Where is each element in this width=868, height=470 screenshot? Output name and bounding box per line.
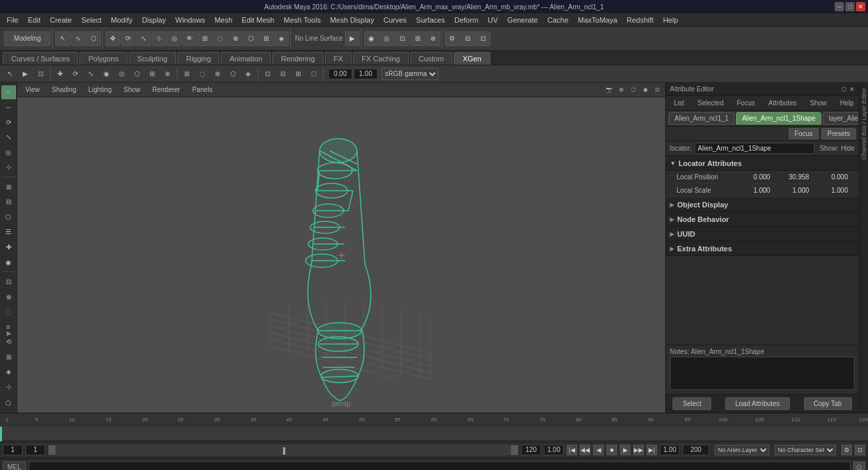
menu-curves[interactable]: Curves (380, 15, 411, 25)
tool-btn10[interactable]: ☰ (1, 225, 16, 239)
paint-tool[interactable]: ⬡ (86, 31, 101, 46)
vp-grid-btn[interactable]: ⊞ (616, 85, 626, 95)
menu-windows[interactable]: Windows (171, 15, 209, 25)
tool-btn17[interactable]: ⟲ (1, 335, 16, 349)
universal-tool[interactable]: ⊹ (151, 31, 166, 46)
mel-input[interactable] (29, 461, 851, 471)
history-btn3[interactable]: ⊡ (395, 31, 410, 46)
locator-attrs-header[interactable]: ▼ Locator Attributes (666, 156, 859, 171)
range-start-input[interactable] (25, 445, 45, 455)
tab-rigging[interactable]: Rigging (177, 52, 220, 65)
close-button[interactable]: ✕ (856, 2, 865, 11)
tb2-render3[interactable]: ⊕ (160, 67, 175, 81)
vp-wire-btn[interactable]: ⬡ (628, 85, 638, 95)
range-right-handle[interactable] (511, 445, 518, 455)
snap-curve[interactable]: ◌ (213, 31, 228, 46)
tb2-render1[interactable]: ⬡ (129, 67, 144, 81)
tb2-snap5[interactable]: ◈ (241, 67, 256, 81)
playback-speed-input[interactable] (660, 445, 680, 455)
attr-tab-show[interactable]: Show (805, 98, 832, 108)
tb2-move[interactable]: ✚ (53, 67, 67, 81)
tab-polygons[interactable]: Polygons (79, 52, 127, 65)
menu-deform[interactable]: Deform (450, 15, 482, 25)
select-tool[interactable]: ↖ (55, 31, 70, 46)
skip-start-btn[interactable]: |◀ (566, 445, 577, 455)
anim-layer-select[interactable]: No Anim Layer (715, 445, 769, 455)
select-mode-btn[interactable]: ↖ (1, 85, 16, 99)
tool-btn5[interactable]: ◎ (1, 145, 16, 159)
focus-button[interactable]: Focus (789, 128, 819, 139)
vp-shaded-btn[interactable]: ◉ (640, 85, 650, 95)
play-fwd-btn[interactable]: ▶ (620, 445, 630, 455)
tb2-xgen[interactable]: ⬡ (306, 67, 321, 81)
timeline-ruler[interactable]: 1 5 10 15 20 25 30 35 40 45 50 55 60 65 … (0, 413, 868, 427)
menu-maxtomaya[interactable]: MaxToMaya (574, 15, 621, 25)
tb2-extra2[interactable]: ⊟ (276, 67, 290, 81)
extra-btn2[interactable]: ⊟ (460, 31, 475, 46)
colorspace-select[interactable]: sRGB gamma (382, 68, 438, 80)
copy-tab-button[interactable]: Copy Tab (804, 397, 852, 410)
snap-normal[interactable]: ⊞ (259, 31, 274, 46)
vp-tab-renderer[interactable]: Renderer (147, 85, 185, 95)
object-display-header[interactable]: ▶ Object Display (666, 197, 859, 212)
notes-textarea[interactable] (670, 357, 855, 390)
tab-sculpting[interactable]: Sculpting (129, 52, 176, 65)
fps-input[interactable] (544, 445, 564, 455)
tool-btn6[interactable]: ⊹ (1, 161, 16, 175)
tb2-paint[interactable]: ⊡ (33, 67, 48, 81)
menu-surfaces[interactable]: Surfaces (412, 15, 449, 25)
float-input1[interactable] (328, 69, 352, 79)
history-btn4[interactable]: ⊞ (410, 31, 425, 46)
menu-create[interactable]: Create (46, 15, 76, 25)
vp-tab-lighting[interactable]: Lighting (83, 85, 117, 95)
tool-btn15[interactable]: ◌ (1, 305, 16, 319)
tool-btn20[interactable]: ⊹ (1, 380, 16, 394)
tool-btn14[interactable]: ⊕ (1, 290, 16, 304)
history-btn5[interactable]: ⊕ (426, 31, 440, 46)
menu-uv[interactable]: UV (484, 15, 502, 25)
node-behavior-header[interactable]: ▶ Node Behavior (666, 212, 859, 227)
range-left-handle[interactable] (49, 445, 55, 455)
menu-generate[interactable]: Generate (503, 15, 542, 25)
range-bar[interactable]: ▐ (48, 445, 518, 455)
menu-edit[interactable]: Edit (24, 15, 45, 25)
snap-grid[interactable]: ⊞ (197, 31, 212, 46)
menu-edit-mesh[interactable]: Edit Mesh (238, 15, 278, 25)
extra-attrs-header[interactable]: ▶ Extra Attributes (666, 241, 859, 256)
snap-point[interactable]: ⊕ (228, 31, 243, 46)
menu-redshift[interactable]: Redshift (622, 15, 657, 25)
menu-select[interactable]: Select (77, 15, 106, 25)
attr-tab-help[interactable]: Help (835, 98, 859, 108)
tab-animation[interactable]: Animation (221, 52, 271, 65)
tb2-snap3[interactable]: ⊕ (210, 67, 225, 81)
tab-custom[interactable]: Custom (410, 52, 453, 65)
extra-btn3[interactable]: ⊡ (476, 31, 490, 46)
tb2-snap1[interactable]: ⊞ (179, 67, 194, 81)
vp-tab-shading[interactable]: Shading (47, 85, 82, 95)
uuid-header[interactable]: ▶ UUID (666, 227, 859, 241)
tb2-render2[interactable]: ⊞ (145, 67, 159, 81)
workspace-dropdown[interactable]: Modeling (4, 31, 51, 46)
attr-tab-focus[interactable]: Focus (731, 98, 760, 108)
pb-extra-btn2[interactable]: ⊡ (855, 445, 865, 455)
tool-btn13[interactable]: ⊡ (1, 275, 16, 289)
tool-btn3[interactable]: ⟳ (1, 115, 16, 129)
show-tool[interactable]: 👁 (182, 31, 197, 46)
tb2-extra3[interactable]: ⊞ (291, 67, 306, 81)
tab-curves-surfaces[interactable]: Curves / Surfaces (3, 52, 78, 65)
tab-xgen[interactable]: XGen (454, 52, 490, 65)
maximize-button[interactable]: □ (845, 2, 855, 11)
tb2-show[interactable]: ◉ (99, 67, 113, 81)
scale-tool[interactable]: ⤡ (136, 31, 151, 46)
attr-tab-attributes[interactable]: Attributes (763, 98, 802, 108)
tool-btn8[interactable]: ⊟ (1, 195, 16, 209)
tb2-hide[interactable]: ◎ (114, 67, 129, 81)
float-input2[interactable] (354, 69, 378, 79)
menu-mesh-tools[interactable]: Mesh Tools (280, 15, 324, 25)
attr-tab-selected[interactable]: Selected (693, 98, 729, 108)
move-tool[interactable]: ✥ (105, 31, 120, 46)
range-end-input[interactable] (521, 445, 541, 455)
hide-link[interactable]: Hide (841, 145, 855, 152)
menu-cache[interactable]: Cache (543, 15, 572, 25)
tool-btn7[interactable]: ⊞ (1, 180, 16, 194)
